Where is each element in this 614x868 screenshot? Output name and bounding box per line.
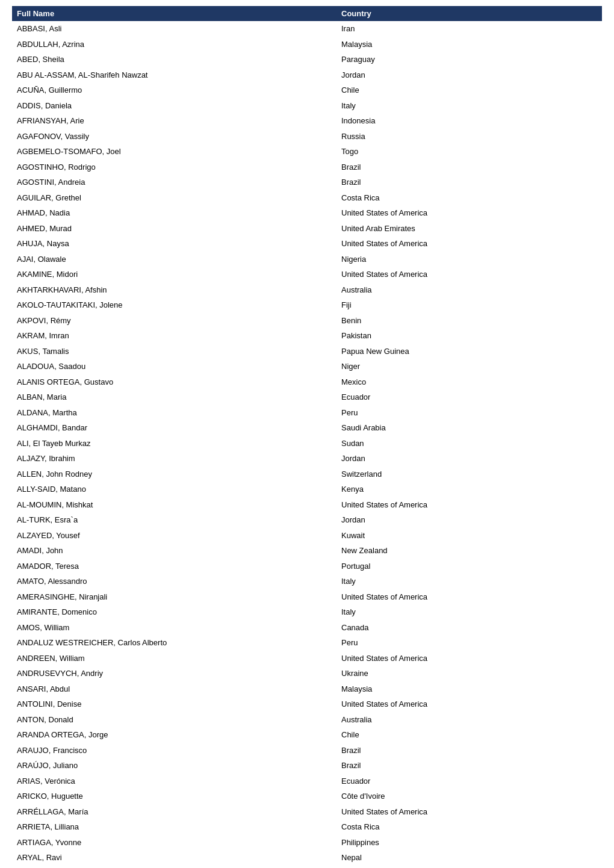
cell-country: Nepal (336, 850, 602, 866)
cell-country: United States of America (336, 651, 602, 666)
table-row: AL-MOUMIN, MishkatUnited States of Ameri… (12, 497, 602, 513)
table-row: ALLEN, John RodneySwitzerland (12, 467, 602, 482)
cell-full-name: ANDRUSEVYCH, Andriy (12, 666, 336, 681)
cell-country: Nigeria (336, 252, 602, 267)
cell-full-name: ARAUJO, Francisco (12, 743, 336, 758)
table-row: ARRÉLLAGA, MaríaUnited States of America (12, 804, 602, 820)
cell-country: Kenya (336, 482, 602, 497)
cell-full-name: AJAI, Olawale (12, 252, 336, 267)
cell-full-name: ARRIETA, Lilliana (12, 819, 336, 835)
table-row: AMERASINGHE, NiranjaliUnited States of A… (12, 589, 602, 605)
cell-full-name: ANTOLINI, Denise (12, 696, 336, 712)
cell-country: Togo (336, 144, 602, 160)
table-row: AMADOR, TeresaPortugal (12, 559, 602, 574)
cell-country: Ecuador (336, 389, 602, 405)
table-row: AKAMINE, MidoriUnited States of America (12, 267, 602, 282)
cell-country: Australia (336, 712, 602, 728)
table-row: ABBASI, AsliIran (12, 21, 602, 37)
cell-full-name: AKOLO-TAUTAKITAKI, Jolene (12, 297, 336, 313)
table-row: AGBEMELO-TSOMAFO, JoelTogo (12, 144, 602, 160)
table-row: AMATO, AlessandroItaly (12, 574, 602, 589)
table-row: AKRAM, ImranPakistan (12, 328, 602, 344)
table-row: AHMED, MuradUnited Arab Emirates (12, 221, 602, 237)
cell-full-name: ABDULLAH, Azrina (12, 37, 336, 52)
table-row: ARIAS, VerónicaEcuador (12, 773, 602, 789)
cell-full-name: ARANDA ORTEGA, Jorge (12, 727, 336, 743)
cell-country: Switzerland (336, 467, 602, 482)
cell-full-name: ACUÑA, Guillermo (12, 82, 336, 98)
table-header-row: Full Name Country (12, 6, 602, 21)
table-row: ALADOUA, SaadouNiger (12, 359, 602, 374)
cell-full-name: ARYAL, Ravi (12, 850, 336, 866)
table-row: ALLY-SAID, MatanoKenya (12, 482, 602, 497)
cell-full-name: AHUJA, Naysa (12, 236, 336, 252)
cell-full-name: ALGHAMDI, Bandar (12, 420, 336, 436)
table-container: Full Name Country ABBASI, AsliIranABDULL… (0, 0, 614, 868)
cell-country: Ecuador (336, 773, 602, 789)
cell-country: Costa Rica (336, 190, 602, 206)
table-row: ALBAN, MariaEcuador (12, 389, 602, 405)
cell-full-name: ANSARI, Abdul (12, 681, 336, 697)
cell-full-name: ALANIS ORTEGA, Gustavo (12, 374, 336, 390)
table-row: ANDREEN, WilliamUnited States of America (12, 651, 602, 666)
cell-full-name: ARTIAGA, Yvonne (12, 835, 336, 851)
table-row: ALDANA, MarthaPeru (12, 405, 602, 421)
table-row: AHMAD, NadiaUnited States of America (12, 205, 602, 221)
table-row: ALGHAMDI, BandarSaudi Arabia (12, 420, 602, 436)
cell-full-name: ABU AL-ASSAM, AL-Sharifeh Nawzat (12, 67, 336, 83)
table-row: ANTOLINI, DeniseUnited States of America (12, 696, 602, 712)
table-row: ALANIS ORTEGA, GustavoMexico (12, 374, 602, 390)
table-row: AKOLO-TAUTAKITAKI, JoleneFiji (12, 297, 602, 313)
cell-full-name: AGBEMELO-TSOMAFO, Joel (12, 144, 336, 160)
cell-country: Russia (336, 129, 602, 144)
header-country: Country (336, 6, 602, 21)
cell-country: Côte d'Ivoire (336, 789, 602, 804)
table-row: AGOSTINI, AndreiaBrazil (12, 175, 602, 190)
cell-country: Iran (336, 21, 602, 37)
table-row: ARICKO, HuguetteCôte d'Ivoire (12, 789, 602, 804)
cell-country: Brazil (336, 743, 602, 758)
table-row: AHUJA, NaysaUnited States of America (12, 236, 602, 252)
cell-country: Portugal (336, 559, 602, 574)
cell-full-name: AMADI, John (12, 543, 336, 559)
cell-country: Malaysia (336, 37, 602, 52)
table-row: AGOSTINHO, RodrigoBrazil (12, 160, 602, 175)
cell-country: United States of America (336, 497, 602, 513)
table-row: ANSARI, AbdulMalaysia (12, 681, 602, 697)
table-row: AKHTARKHAVARI, AfshinAustralia (12, 282, 602, 298)
cell-full-name: AL-MOUMIN, Mishkat (12, 497, 336, 513)
data-table: Full Name Country ABBASI, AsliIranABDULL… (12, 6, 602, 866)
cell-country: Jordan (336, 512, 602, 528)
cell-country: Italy (336, 604, 602, 620)
cell-country: Malaysia (336, 681, 602, 697)
cell-full-name: ALZAYED, Yousef (12, 528, 336, 544)
table-row: ABDULLAH, AzrinaMalaysia (12, 37, 602, 52)
cell-country: Kuwait (336, 528, 602, 544)
cell-country: Brazil (336, 758, 602, 773)
cell-country: Canada (336, 620, 602, 636)
cell-country: Peru (336, 405, 602, 421)
cell-country: Australia (336, 282, 602, 298)
cell-country: Italy (336, 574, 602, 589)
cell-country: New Zealand (336, 543, 602, 559)
cell-country: Chile (336, 82, 602, 98)
cell-full-name: ALDANA, Martha (12, 405, 336, 421)
cell-full-name: ANDALUZ WESTREICHER, Carlos Alberto (12, 635, 336, 651)
cell-country: Paraguay (336, 52, 602, 67)
cell-full-name: AMERASINGHE, Niranjali (12, 589, 336, 605)
table-row: AMADI, JohnNew Zealand (12, 543, 602, 559)
cell-country: Mexico (336, 374, 602, 390)
cell-country: Chile (336, 727, 602, 743)
cell-country: United States of America (336, 589, 602, 605)
table-row: AFRIANSYAH, ArieIndonesia (12, 113, 602, 129)
cell-country: Jordan (336, 451, 602, 467)
cell-country: Ukraine (336, 666, 602, 681)
table-row: AL-TURK, Esra`aJordan (12, 512, 602, 528)
cell-country: Brazil (336, 160, 602, 175)
cell-country: Pakistan (336, 328, 602, 344)
cell-full-name: ALJAZY, Ibrahim (12, 451, 336, 467)
header-full-name: Full Name (12, 6, 336, 21)
table-row: ARYAL, RaviNepal (12, 850, 602, 866)
table-row: ALZAYED, YousefKuwait (12, 528, 602, 544)
table-body: ABBASI, AsliIranABDULLAH, AzrinaMalaysia… (12, 21, 602, 866)
